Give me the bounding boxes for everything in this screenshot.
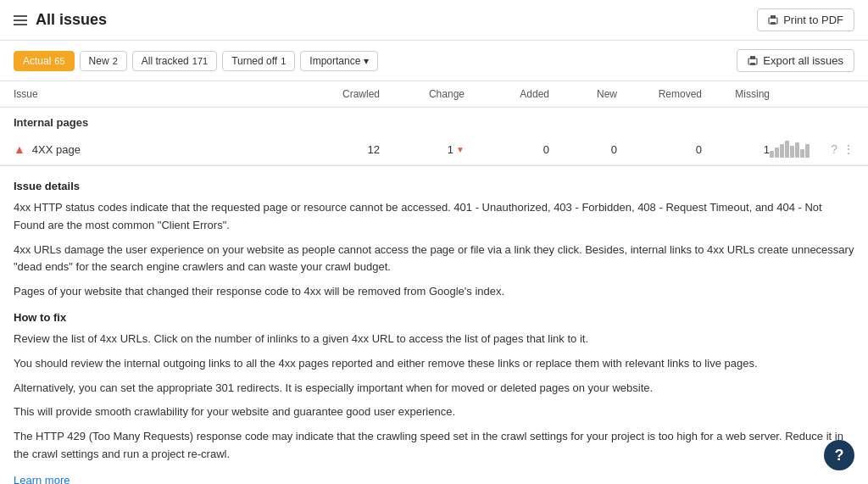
header: All issues Print to PDF xyxy=(0,0,868,41)
importance-dropdown[interactable]: Importance ▾ xyxy=(300,51,378,71)
bar-5 xyxy=(790,146,794,158)
issue-name: ▲ 4XX page xyxy=(14,142,295,156)
col-removed: Removed xyxy=(617,88,702,100)
table-row: ▲ 4XX page 12 1 ▼ 0 0 0 1 ? ⋮ xyxy=(0,134,868,165)
bar-1 xyxy=(770,151,774,158)
bar-7 xyxy=(800,149,804,158)
bar-4 xyxy=(785,141,789,158)
bar-8 xyxy=(805,144,810,158)
fix-text-4: This will provide smooth crawlability fo… xyxy=(14,403,854,421)
svg-rect-4 xyxy=(750,56,755,59)
svg-rect-1 xyxy=(771,15,776,19)
tab-actual[interactable]: Actual 65 xyxy=(14,51,75,71)
col-chart xyxy=(770,88,821,100)
issue-text-2: 4xx URLs damage the user experience on y… xyxy=(14,242,854,277)
warning-icon: ▲ xyxy=(14,142,25,156)
issue-text-1: 4xx HTTP status codes indicate that the … xyxy=(14,199,854,235)
page-title: All issues xyxy=(36,11,107,29)
new-value: 0 xyxy=(549,143,617,156)
row-actions: ? ⋮ xyxy=(821,142,854,156)
how-to-fix-title: How to fix xyxy=(14,311,854,324)
header-left: All issues xyxy=(14,11,107,29)
change-arrow-icon: ▼ xyxy=(456,145,465,154)
how-to-fix-section: How to fix Review the list of 4xx URLs. … xyxy=(14,311,854,464)
col-change: Change xyxy=(380,88,465,100)
fix-text-3: Alternatively, you can set the appropria… xyxy=(14,380,854,398)
bar-3 xyxy=(780,144,784,158)
crawled-value: 12 xyxy=(295,143,380,156)
col-new: New xyxy=(549,88,617,100)
missing-value: 1 xyxy=(702,143,770,156)
bar-2 xyxy=(775,147,779,158)
hamburger-icon[interactable] xyxy=(14,15,27,25)
col-missing: Missing xyxy=(702,88,770,100)
fix-text-1: Review the list of 4xx URLs. Click on th… xyxy=(14,331,854,348)
print-button[interactable]: Print to PDF xyxy=(757,8,854,31)
col-actions xyxy=(821,88,854,100)
row-more-icon[interactable]: ⋮ xyxy=(843,142,854,156)
learn-more-link[interactable]: Learn more xyxy=(14,474,70,484)
issue-text-3: Pages of your website that changed their… xyxy=(14,283,854,301)
bar-6 xyxy=(795,142,799,158)
issue-details-title: Issue details xyxy=(14,180,854,192)
help-bubble[interactable]: ? xyxy=(824,440,854,470)
change-value: 1 ▼ xyxy=(380,143,465,156)
filter-bar: Actual 65 New 2 All tracked 171 Turned o… xyxy=(0,41,868,81)
tab-all-tracked[interactable]: All tracked 171 xyxy=(132,51,217,71)
added-value: 0 xyxy=(465,143,549,156)
svg-rect-2 xyxy=(771,22,776,25)
section-internal-pages: Internal pages xyxy=(0,108,868,134)
tab-turned-off[interactable]: Turned off 1 xyxy=(222,51,295,71)
export-icon xyxy=(748,55,758,67)
removed-value: 0 xyxy=(617,143,702,156)
col-issue: Issue xyxy=(14,88,295,100)
trend-chart xyxy=(770,141,821,158)
table-header: Issue Crawled Change Added New Removed M… xyxy=(0,81,868,108)
export-button[interactable]: Export all issues xyxy=(737,49,854,72)
filter-tabs: Actual 65 New 2 All tracked 171 Turned o… xyxy=(14,51,378,71)
fix-text-5: The HTTP 429 (Too Many Requests) respons… xyxy=(14,428,854,464)
svg-rect-5 xyxy=(750,63,755,65)
row-help-icon[interactable]: ? xyxy=(831,142,837,156)
tab-new[interactable]: New 2 xyxy=(80,51,127,71)
fix-text-2: You should review the internal outgoing … xyxy=(14,355,854,373)
print-icon xyxy=(768,14,778,26)
col-crawled: Crawled xyxy=(295,88,380,100)
chevron-down-icon: ▾ xyxy=(364,55,369,67)
col-added: Added xyxy=(465,88,549,100)
detail-panel: Issue details 4xx HTTP status codes indi… xyxy=(0,165,868,484)
